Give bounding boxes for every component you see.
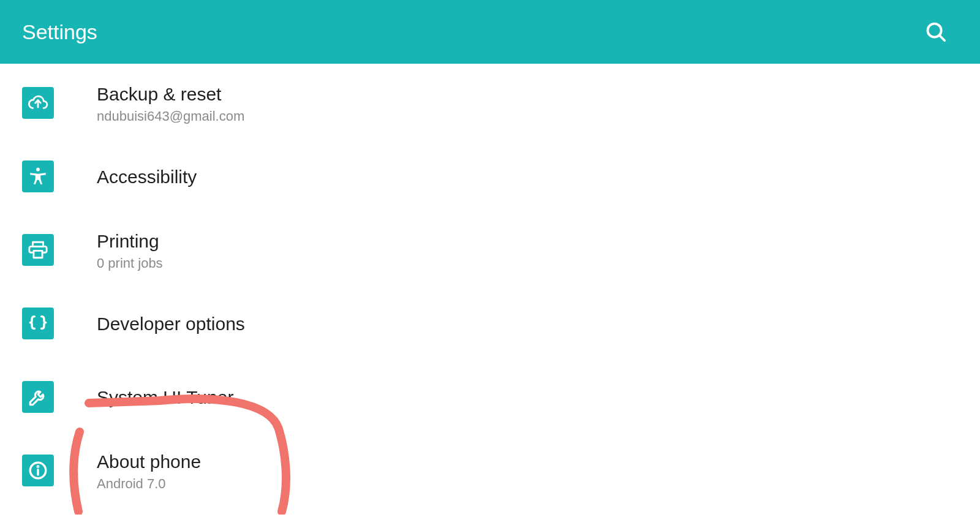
search-button[interactable] (921, 17, 951, 47)
accessibility-icon (22, 160, 54, 192)
list-item-text: Developer options (97, 312, 245, 336)
list-item-subtitle: ndubuisi643@gmail.com (97, 108, 244, 124)
svg-rect-4 (34, 251, 42, 257)
list-item-title: About phone (97, 450, 201, 474)
cloud-upload-icon (22, 87, 54, 119)
list-item-subtitle: 0 print jobs (97, 255, 163, 271)
svg-line-1 (940, 36, 945, 41)
list-item-backup-reset[interactable]: Backup & reset ndubuisi643@gmail.com (0, 69, 980, 137)
wrench-icon (22, 381, 54, 413)
list-item-system-ui-tuner[interactable]: System UI Tuner (0, 363, 980, 431)
list-item-title: System UI Tuner (97, 385, 233, 409)
svg-point-2 (36, 168, 40, 172)
list-item-text: About phone Android 7.0 (97, 450, 201, 492)
settings-list: Backup & reset ndubuisi643@gmail.com Acc… (0, 64, 980, 505)
app-bar: Settings (0, 0, 980, 64)
list-item-title: Accessibility (97, 165, 197, 189)
printer-icon (22, 234, 54, 266)
list-item-title: Backup & reset (97, 82, 244, 106)
list-item-title: Printing (97, 229, 163, 253)
search-icon (924, 20, 948, 43)
list-item-accessibility[interactable]: Accessibility (0, 142, 980, 211)
list-item-text: System UI Tuner (97, 385, 233, 409)
list-item-printing[interactable]: Printing 0 print jobs (0, 216, 980, 284)
list-item-title: Developer options (97, 312, 245, 336)
page-title: Settings (22, 20, 97, 44)
list-item-developer-options[interactable]: Developer options (0, 289, 980, 358)
info-icon (22, 455, 54, 486)
list-item-about-phone[interactable]: About phone Android 7.0 (0, 436, 980, 505)
list-item-text: Printing 0 print jobs (97, 229, 163, 271)
braces-icon (22, 308, 54, 339)
list-item-text: Accessibility (97, 165, 197, 189)
list-item-text: Backup & reset ndubuisi643@gmail.com (97, 82, 244, 124)
svg-point-7 (37, 466, 38, 467)
list-item-subtitle: Android 7.0 (97, 476, 201, 492)
